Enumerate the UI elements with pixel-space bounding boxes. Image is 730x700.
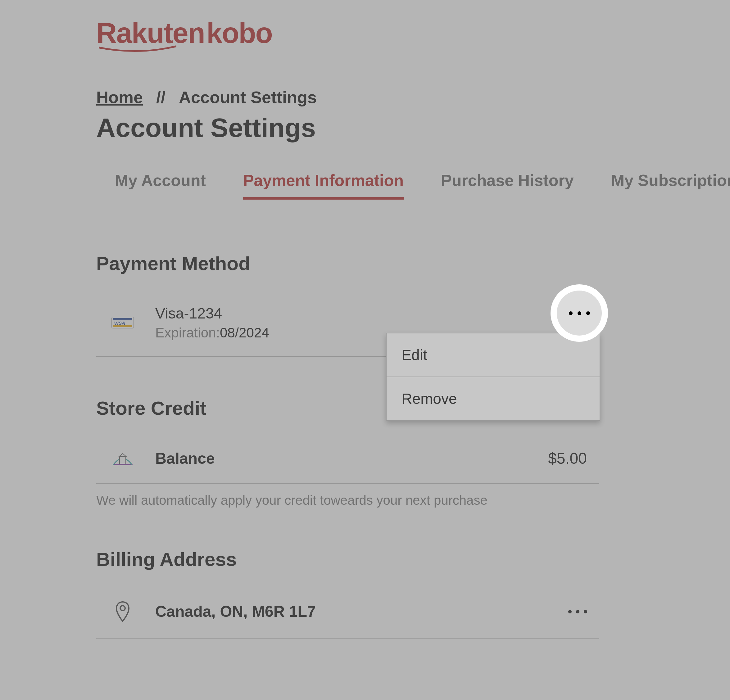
brand-logo[interactable]: Rakutenkobo (96, 19, 272, 47)
menu-remove[interactable]: Remove (387, 377, 600, 420)
menu-edit[interactable]: Edit (387, 333, 600, 377)
billing-address-more-button[interactable] (565, 605, 590, 618)
more-options-icon[interactable] (557, 290, 602, 335)
breadcrumb-separator: // (156, 88, 165, 106)
svg-text:VISA: VISA (114, 320, 125, 325)
bank-icon (109, 451, 137, 467)
visa-card-icon: VISA (109, 317, 137, 328)
map-pin-icon (109, 601, 137, 623)
store-credit-row: Balance $5.00 (96, 447, 599, 484)
svg-point-2 (120, 606, 125, 611)
tab-purchase-history[interactable]: Purchase History (441, 171, 574, 200)
section-billing-address: Billing Address Canada, ON, M6R 1L7 (96, 548, 730, 639)
payment-options-menu: Edit Remove (386, 333, 600, 421)
spotlight-highlight (550, 284, 608, 342)
brand-secondary: kobo (206, 17, 272, 49)
expiration-label: Expiration: (155, 325, 220, 340)
billing-address-heading: Billing Address (96, 548, 730, 570)
breadcrumb: Home // Account Settings (96, 88, 730, 107)
svg-rect-1 (120, 456, 126, 464)
card-brand-line: Visa-1234 (155, 305, 565, 322)
billing-address-row: Canada, ON, M6R 1L7 (96, 598, 599, 639)
card-brand: Visa (155, 305, 184, 322)
balance-amount: $5.00 (548, 449, 587, 468)
breadcrumb-home-link[interactable]: Home (96, 88, 143, 106)
tabs: My Account Payment Information Purchase … (96, 171, 730, 200)
tab-my-subscriptions[interactable]: My Subscriptions (611, 171, 730, 200)
breadcrumb-current: Account Settings (179, 88, 317, 106)
brand-primary: Rakuten (96, 17, 204, 49)
card-sep: - (184, 305, 189, 322)
billing-address-text: Canada, ON, M6R 1L7 (155, 602, 565, 621)
expiration-value: 08/2024 (220, 325, 269, 340)
page-title: Account Settings (96, 112, 730, 143)
card-last4: 1234 (189, 305, 222, 322)
payment-method-heading: Payment Method (96, 252, 730, 274)
store-credit-note: We will automatically apply your credit … (96, 493, 730, 508)
tab-my-account[interactable]: My Account (115, 171, 206, 200)
balance-label: Balance (155, 449, 548, 468)
tab-payment-information[interactable]: Payment Information (243, 171, 404, 200)
brand-swoosh-icon (99, 45, 177, 52)
